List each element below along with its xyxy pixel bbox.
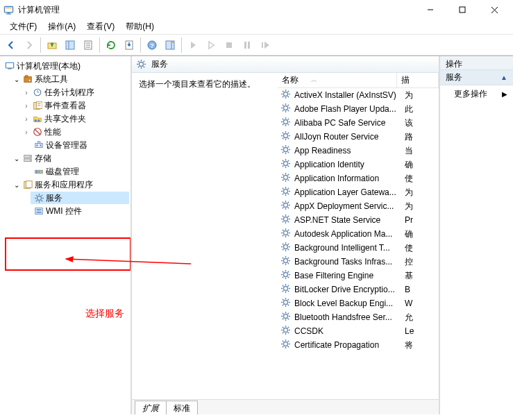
service-row[interactable]: Alibaba PC Safe Service该 (278, 116, 439, 130)
gear-icon (280, 242, 292, 254)
export-button[interactable] (121, 37, 137, 53)
expand-icon[interactable]: ⌄ (12, 155, 21, 162)
actions-section[interactable]: 服务 ▲ (440, 70, 513, 85)
svg-point-47 (37, 119, 40, 122)
services-list[interactable]: ActiveX Installer (AxInstSV)为Adobe Flash… (278, 88, 439, 374)
service-row[interactable]: Background Tasks Infras...控 (278, 255, 439, 269)
expand-icon[interactable]: › (22, 102, 31, 110)
svg-rect-59 (36, 171, 38, 173)
service-desc: W (405, 299, 416, 308)
tree-root[interactable]: 计算机管理(本地) (1, 60, 129, 72)
tree-storage[interactable]: ⌄存储 (11, 152, 129, 165)
menu-help[interactable]: 帮助(H) (120, 19, 160, 34)
service-row[interactable]: Background Intelligent T...使 (278, 241, 439, 255)
gear-icon (280, 89, 292, 101)
svg-rect-65 (37, 209, 42, 210)
expand-icon[interactable]: ⌄ (12, 181, 21, 189)
service-desc: 为 (405, 90, 416, 101)
tab-standard[interactable]: 标准 (166, 401, 198, 414)
console-tree[interactable]: 计算机管理(本地) ⌄系统工具 ›任务计划程序 ›事件查看器 ›共享文件夹 ›性… (0, 56, 132, 414)
column-header-desc[interactable]: 描 (397, 73, 439, 87)
service-desc: 使 (405, 242, 416, 254)
service-row[interactable]: CCSDKLe (278, 324, 439, 338)
gear-icon (280, 117, 292, 129)
service-row[interactable]: ASP.NET State ServicePr (278, 213, 439, 227)
service-row[interactable]: ActiveX Installer (AxInstSV)为 (278, 88, 439, 102)
help-button[interactable]: ? (144, 37, 160, 53)
service-row[interactable]: Base Filtering Engine基 (278, 269, 439, 283)
stop-service-button[interactable] (221, 37, 237, 53)
service-row[interactable]: Application Information使 (278, 171, 439, 185)
service-row[interactable]: Block Level Backup Engi...W (278, 296, 439, 310)
stop-service-alt-button[interactable] (203, 37, 219, 53)
up-folder-button[interactable] (44, 37, 60, 53)
service-name: Alibaba PC Safe Service (294, 118, 402, 128)
svg-rect-12 (5, 7, 11, 8)
forward-button[interactable] (21, 37, 37, 53)
expand-icon[interactable]: › (22, 128, 31, 136)
service-name: Application Identity (294, 160, 402, 169)
service-row[interactable]: Application Identity确 (278, 158, 439, 171)
collapse-icon: ▲ (501, 74, 507, 81)
back-button[interactable] (3, 37, 19, 53)
service-desc: Pr (405, 215, 416, 225)
gear-icon (280, 255, 292, 268)
refresh-button[interactable] (103, 37, 119, 53)
svg-rect-30 (226, 42, 232, 48)
tree-services[interactable]: 服务 (31, 192, 129, 204)
close-button[interactable] (478, 0, 510, 19)
service-row[interactable]: BitLocker Drive Encryptio...B (278, 283, 439, 296)
properties-button[interactable] (80, 37, 96, 53)
svg-point-56 (30, 156, 31, 157)
menu-action[interactable]: 操作(A) (42, 19, 81, 34)
svg-rect-50 (35, 143, 43, 147)
tree-task-scheduler[interactable]: ›任务计划程序 (21, 86, 129, 99)
tree-services-apps[interactable]: ⌄服务和应用程序 (11, 178, 129, 191)
tree-disk-management[interactable]: 磁盘管理 (31, 165, 129, 178)
restart-service-button[interactable] (257, 37, 274, 53)
service-row[interactable]: App Readiness当 (278, 144, 439, 158)
service-row[interactable]: Adobe Flash Player Upda...此 (278, 102, 439, 116)
expand-icon[interactable]: ⌄ (12, 76, 21, 83)
service-name: Adobe Flash Player Upda... (294, 104, 402, 114)
tree-wmi[interactable]: WMI 控件 (31, 205, 129, 217)
service-row[interactable]: Certificate Propagation将 (278, 338, 439, 352)
expand-icon[interactable]: › (22, 115, 31, 123)
service-name: Autodesk Application Ma... (294, 229, 402, 239)
svg-rect-29 (172, 42, 174, 43)
menu-file[interactable]: 文件(F) (4, 19, 42, 34)
column-header-name[interactable]: 名称︿ (278, 73, 397, 87)
service-row[interactable]: AppX Deployment Servic...为 (278, 199, 439, 213)
gear-icon (136, 59, 147, 70)
svg-rect-9 (4, 6, 12, 12)
tree-event-viewer[interactable]: ›事件查看器 (21, 99, 129, 112)
pause-service-button[interactable] (239, 37, 255, 53)
service-row[interactable]: Autodesk Application Ma...确 (278, 227, 439, 241)
service-desc: 允 (405, 312, 416, 324)
actions-more[interactable]: 更多操作 ▶ (440, 85, 513, 103)
service-desc: 将 (405, 339, 416, 351)
service-name: App Readiness (294, 146, 402, 156)
svg-rect-34 (6, 62, 13, 68)
show-hide-tree-button[interactable] (62, 37, 78, 53)
expand-icon[interactable]: › (22, 89, 31, 96)
tree-device-manager[interactable]: 设备管理器 (31, 139, 129, 151)
service-row[interactable]: AllJoyn Router Service路 (278, 130, 439, 144)
service-row[interactable]: Bluetooth Handsfree Ser...允 (278, 310, 439, 324)
svg-point-46 (35, 119, 37, 122)
svg-rect-60 (38, 171, 40, 173)
tree-system-tools[interactable]: ⌄系统工具 (11, 73, 129, 85)
tree-performance[interactable]: ›性能 (21, 126, 129, 138)
maximize-button[interactable] (446, 0, 478, 19)
menu-view[interactable]: 查看(V) (81, 19, 120, 34)
tree-shared-folders[interactable]: ›共享文件夹 (21, 112, 129, 125)
service-name: AppX Deployment Servic... (294, 201, 402, 211)
minimize-button[interactable] (414, 0, 446, 19)
gear-icon (280, 103, 292, 115)
start-service-button[interactable] (185, 37, 201, 53)
service-row[interactable]: Application Layer Gatewa...为 (278, 185, 439, 199)
service-name: Certificate Propagation (294, 340, 402, 350)
tab-extended[interactable]: 扩展 (135, 401, 167, 414)
action-pane-button[interactable] (162, 37, 178, 53)
svg-rect-35 (8, 69, 11, 69)
